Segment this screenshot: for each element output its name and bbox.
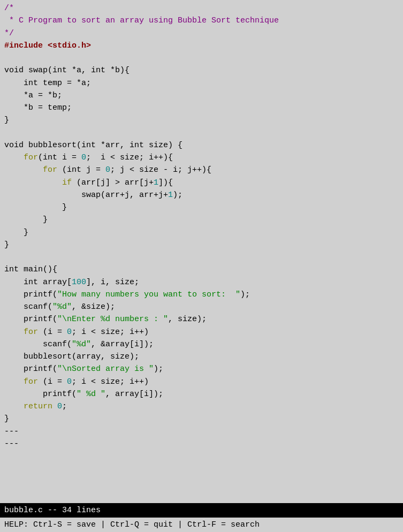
help-bar: HELP: Ctrl-S = save | Ctrl-Q = quit | Ct… [0, 518, 403, 532]
line-5 [4, 52, 399, 64]
line-9: *b = temp; [4, 102, 399, 114]
line-6: void swap(int *a, int *b){ [4, 64, 399, 77]
status-bar-text: bubble.c -- 34 lines [4, 506, 101, 515]
line-32: printf(" %d ", array[i]); [4, 388, 399, 400]
line-21 [4, 251, 399, 263]
line-15: if (arr[j] > arr[j+1]){ [4, 177, 399, 189]
line-36: --- [4, 438, 399, 450]
line-29: bubblesort(array, size); [4, 351, 399, 363]
line-14: for (int j = 0; j < size - i; j++){ [4, 164, 399, 176]
line-1: /* [4, 2, 399, 14]
line-22: int main(){ [4, 263, 399, 276]
line-3: */ [4, 27, 399, 40]
line-11 [4, 127, 399, 139]
line-8: *a = *b; [4, 89, 399, 102]
line-27: for (i = 0; i < size; i++) [4, 326, 399, 338]
line-26: printf("\nEnter %d numbers : ", size); [4, 313, 399, 325]
help-bar-text: HELP: Ctrl-S = save | Ctrl-Q = quit | Ct… [4, 520, 260, 529]
line-16: swap(arr+j, arr+j+1); [4, 189, 399, 201]
line-4: #include <stdio.h> [4, 40, 399, 52]
code-area[interactable]: /* * C Program to sort an array using Bu… [0, 0, 403, 503]
line-12: void bubblesort(int *arr, int size) { [4, 139, 399, 151]
line-23: int array[100], i, size; [4, 276, 399, 288]
line-13: for(int i = 0; i < size; i++){ [4, 151, 399, 164]
line-19: } [4, 226, 399, 239]
line-18: } [4, 214, 399, 226]
line-28: scanf("%d", &array[i]); [4, 338, 399, 351]
line-30: printf("\nSorted array is "); [4, 363, 399, 375]
line-33: return 0; [4, 400, 399, 413]
line-24: printf("How many numbers you want to sor… [4, 288, 399, 301]
line-17: } [4, 201, 399, 214]
line-25: scanf("%d", &size); [4, 301, 399, 313]
line-7: int temp = *a; [4, 77, 399, 89]
line-31: for (i = 0; i < size; i++) [4, 376, 399, 388]
status-bar: bubble.c -- 34 lines [0, 503, 403, 518]
line-20: } [4, 239, 399, 251]
line-2: * C Program to sort an array using Bubbl… [4, 14, 399, 27]
line-35: --- [4, 425, 399, 438]
line-34: } [4, 413, 399, 425]
editor: /* * C Program to sort an array using Bu… [0, 0, 403, 532]
line-10: } [4, 114, 399, 126]
